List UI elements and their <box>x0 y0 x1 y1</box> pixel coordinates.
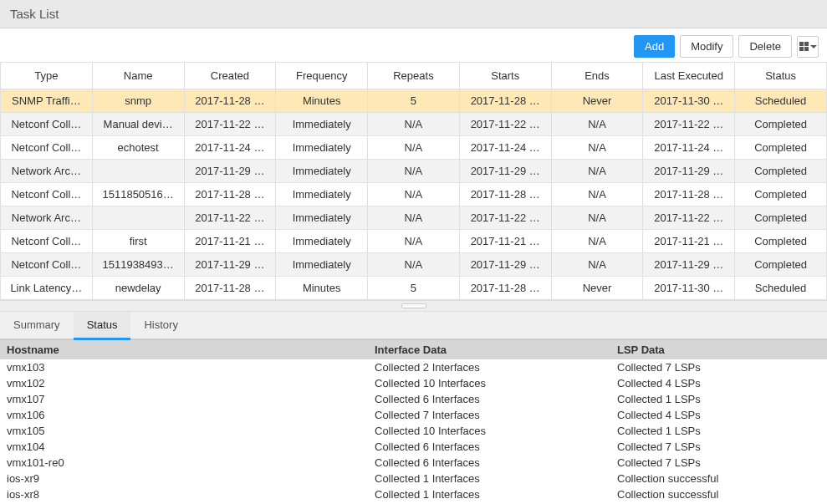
task-cell-type: Network Arc… <box>1 160 93 183</box>
task-cell-type: Netconf Coll… <box>1 253 93 277</box>
col-name[interactable]: Name <box>92 63 184 89</box>
task-row[interactable]: Network Arc…2017-11-29 …ImmediatelyN/A20… <box>1 160 827 183</box>
detail-row[interactable]: vmx105Collected 10 InterfacesCollected 1… <box>0 423 827 439</box>
task-cell-ends: Never <box>551 89 643 113</box>
detail-panel[interactable]: Hostname Interface Data LSP Data vmx103C… <box>0 340 827 504</box>
col-type[interactable]: Type <box>1 63 93 89</box>
modify-button[interactable]: Modify <box>680 35 733 58</box>
task-cell-ends: N/A <box>551 230 643 253</box>
detail-row[interactable]: ios-xr8Collected 1 InterfacesCollection … <box>0 486 827 502</box>
detail-header: Hostname Interface Data LSP Data <box>0 340 827 359</box>
task-row[interactable]: Netconf Coll…first2017-11-21 …Immediatel… <box>1 230 827 253</box>
task-cell-starts: 2017-11-22 … <box>459 206 551 230</box>
task-cell-name: first <box>92 230 184 253</box>
task-cell-created: 2017-11-21 … <box>184 230 276 253</box>
col-ends[interactable]: Ends <box>551 63 643 89</box>
col-frequency[interactable]: Frequency <box>276 63 368 89</box>
col-hostname: Hostname <box>0 340 368 359</box>
detail-hostname: vmx101-re0 <box>0 455 368 471</box>
detail-row[interactable]: ios-xr9Collected 1 InterfacesCollection … <box>0 471 827 486</box>
col-last-executed[interactable]: Last Executed <box>643 63 735 89</box>
task-cell-name: newdelay <box>92 277 184 300</box>
detail-hostname: vmx107 <box>0 391 368 407</box>
task-cell-created: 2017-11-29 … <box>184 160 276 183</box>
add-button[interactable]: Add <box>634 35 675 58</box>
task-cell-type: Netconf Coll… <box>1 230 93 253</box>
detail-interface: Collected 7 Interfaces <box>368 407 610 423</box>
task-cell-type: Netconf Coll… <box>1 183 93 206</box>
detail-lsp: Collected 4 LSPs <box>610 407 827 423</box>
detail-lsp: Collected 4 LSPs <box>610 375 827 391</box>
tab-history[interactable]: History <box>130 312 191 339</box>
col-repeats[interactable]: Repeats <box>368 63 460 89</box>
detail-row[interactable]: vmx101-re0Collected 6 InterfacesCollecte… <box>0 455 827 471</box>
task-cell-status: Completed <box>735 253 827 277</box>
detail-hostname: vmx105 <box>0 423 368 439</box>
tab-summary[interactable]: Summary <box>0 312 74 339</box>
task-cell-freq: Immediately <box>276 253 368 277</box>
task-cell-last: 2017-11-22 … <box>643 206 735 230</box>
task-row[interactable]: Link Latency…newdelay2017-11-28 …Minutes… <box>1 277 827 300</box>
chevron-down-icon <box>810 45 817 48</box>
detail-interface: Collected 10 Interfaces <box>368 375 610 391</box>
task-cell-last: 2017-11-24 … <box>643 136 735 160</box>
task-cell-name: echotest <box>92 136 184 160</box>
task-row[interactable]: Netconf Coll…echotest2017-11-24 …Immedia… <box>1 136 827 160</box>
task-cell-status: Completed <box>735 183 827 206</box>
detail-lsp: Collected 7 LSPs <box>610 455 827 471</box>
detail-row[interactable]: vmx102Collected 10 InterfacesCollected 4… <box>0 375 827 391</box>
task-cell-repeats: N/A <box>368 183 460 206</box>
task-cell-repeats: N/A <box>368 160 460 183</box>
task-cell-repeats: 5 <box>368 89 460 113</box>
task-row[interactable]: SNMP Traffi…snmp2017-11-28 …Minutes52017… <box>1 89 827 113</box>
task-cell-name: Manual devi… <box>92 113 184 136</box>
task-cell-ends: Never <box>551 277 643 300</box>
task-row[interactable]: Network Arc…2017-11-22 …ImmediatelyN/A20… <box>1 206 827 230</box>
task-cell-repeats: N/A <box>368 206 460 230</box>
col-status[interactable]: Status <box>735 63 827 89</box>
task-row[interactable]: Netconf Coll…1511850516…2017-11-28 …Imme… <box>1 183 827 206</box>
detail-lsp: Collection successful <box>610 486 827 502</box>
task-cell-ends: N/A <box>551 113 643 136</box>
task-cell-last: 2017-11-30 … <box>643 89 735 113</box>
detail-row[interactable]: vmx104Collected 6 InterfacesCollected 7 … <box>0 439 827 455</box>
task-cell-freq: Immediately <box>276 206 368 230</box>
task-cell-status: Completed <box>735 113 827 136</box>
splitter[interactable] <box>0 300 827 312</box>
task-cell-freq: Immediately <box>276 113 368 136</box>
task-cell-starts: 2017-11-29 … <box>459 160 551 183</box>
detail-lsp: Collected 1 LSPs <box>610 391 827 407</box>
task-cell-created: 2017-11-24 … <box>184 136 276 160</box>
detail-hostname: ios-xr8 <box>0 486 368 502</box>
task-cell-starts: 2017-11-29 … <box>459 253 551 277</box>
task-row[interactable]: Netconf Coll…Manual devi…2017-11-22 …Imm… <box>1 113 827 136</box>
view-options-button[interactable] <box>797 36 819 58</box>
task-cell-repeats: N/A <box>368 230 460 253</box>
task-cell-ends: N/A <box>551 136 643 160</box>
task-row[interactable]: Netconf Coll…1511938493…2017-11-29 …Imme… <box>1 253 827 277</box>
col-starts[interactable]: Starts <box>459 63 551 89</box>
detail-hostname: vmx102 <box>0 375 368 391</box>
col-created[interactable]: Created <box>184 63 276 89</box>
task-cell-name <box>92 160 184 183</box>
task-cell-last: 2017-11-29 … <box>643 253 735 277</box>
task-cell-freq: Minutes <box>276 277 368 300</box>
detail-row[interactable]: vmx106Collected 7 InterfacesCollected 4 … <box>0 407 827 423</box>
delete-button[interactable]: Delete <box>738 35 792 58</box>
col-lsp-data: LSP Data <box>610 340 827 359</box>
task-cell-created: 2017-11-29 … <box>184 253 276 277</box>
task-cell-name: snmp <box>92 89 184 113</box>
task-cell-ends: N/A <box>551 206 643 230</box>
detail-hostname: vmx106 <box>0 407 368 423</box>
detail-interface: Collected 6 Interfaces <box>368 391 610 407</box>
task-cell-starts: 2017-11-28 … <box>459 183 551 206</box>
detail-row[interactable]: vmx103Collected 2 InterfacesCollected 7 … <box>0 359 827 375</box>
toolbar: Add Modify Delete <box>634 35 819 58</box>
detail-interface: Collected 6 Interfaces <box>368 439 610 455</box>
task-cell-freq: Immediately <box>276 230 368 253</box>
detail-row[interactable]: vmx107Collected 6 InterfacesCollected 1 … <box>0 391 827 407</box>
tab-status[interactable]: Status <box>74 312 131 340</box>
task-cell-created: 2017-11-28 … <box>184 277 276 300</box>
task-cell-created: 2017-11-28 … <box>184 183 276 206</box>
task-cell-freq: Immediately <box>276 183 368 206</box>
